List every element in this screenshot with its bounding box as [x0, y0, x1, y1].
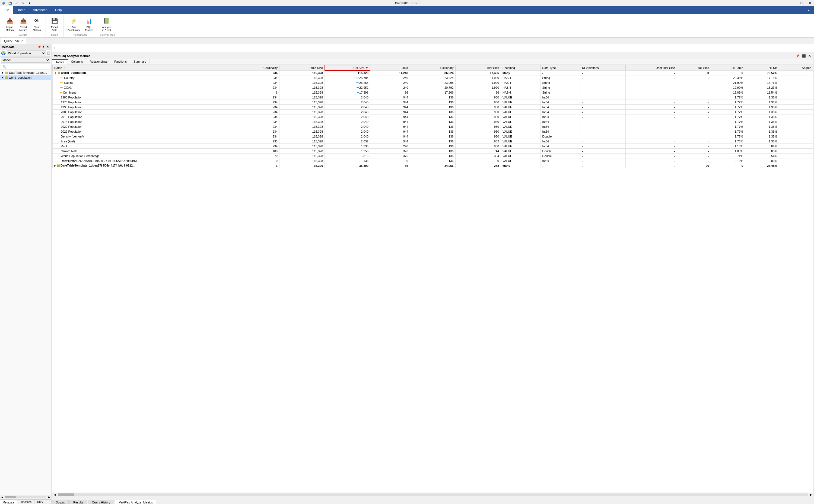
cell-dictionary: 23,098	[410, 80, 455, 85]
table-row[interactable]: 1980 Population234115,3282,040944136960V…	[53, 95, 813, 100]
sidebar-tab-functions[interactable]: Functions	[17, 500, 34, 504]
table-row[interactable]: Growth Rate180115,3281,256376136744VALUE…	[53, 149, 813, 154]
table-row[interactable]: 2000 Population234115,3282,040944136960V…	[53, 110, 813, 114]
menu-advanced[interactable]: Advanced	[29, 6, 51, 14]
col-header-segme[interactable]: Segme	[779, 65, 813, 71]
analyze-excel-btn[interactable]: 📗 Analyzein Excel	[100, 15, 113, 33]
col-header-user-hier[interactable]: User Hier Size	[626, 65, 677, 71]
menu-home[interactable]: Home	[13, 6, 29, 14]
col-header-col-size[interactable]: Col Size ▼	[325, 65, 370, 71]
table-row[interactable]: 1970 Population234115,3282,040944136960V…	[53, 100, 813, 105]
minimize-btn[interactable]: ─	[790, 0, 798, 6]
table-row[interactable]: Capital234115,32825,25824023,0981,920HAS…	[53, 80, 813, 85]
vertipaq-float-btn[interactable]: ⬛	[801, 54, 807, 58]
bottom-tab-output[interactable]: Output	[52, 500, 69, 504]
tab-relationships[interactable]: Relationships	[86, 59, 111, 65]
table-row[interactable]: World Population Percentage70115,3288163…	[53, 154, 813, 158]
table-row[interactable]: 2015 Population234115,3282,040944136960V…	[53, 119, 813, 124]
table-row[interactable]: CCA3234115,32822,95224020,7921,920HASHSt…	[53, 85, 813, 90]
col-header-dictionary[interactable]: Dictionary	[410, 65, 455, 71]
sidebar-hscroll-thumb	[5, 496, 16, 498]
vertipaq-close-btn[interactable]: ✕	[807, 54, 812, 58]
col-header-data-type[interactable]: Data Type	[540, 65, 580, 71]
table-row[interactable]: Density (per km²)234115,3282,04094413696…	[53, 134, 813, 139]
col-header-table-size[interactable]: Table Size	[279, 65, 325, 71]
cell-pct-db: 76.52%	[745, 71, 779, 75]
col-header-encoding[interactable]: Encoding	[501, 65, 540, 71]
col-header-ri[interactable]: RI Violations	[580, 65, 625, 71]
sidebar-pin-btn[interactable]: 📌	[37, 45, 41, 49]
model-select[interactable]: Model	[1, 57, 50, 63]
tab-summary[interactable]: Summary	[130, 59, 150, 65]
col-header-pct-db[interactable]: % DB	[745, 65, 779, 71]
doc-tab-query1[interactable]: Query1.dax ✕	[1, 38, 26, 44]
col-header-name[interactable]: Name ▼	[53, 65, 234, 71]
cell-table-size: 115,328	[279, 85, 325, 90]
sidebar-title: Metadata	[2, 45, 15, 49]
tab-columns[interactable]: Columns	[68, 59, 86, 65]
tree-item-datetable[interactable]: ▶ ▦ DateTableTemplate_1ddea...	[0, 70, 51, 75]
table-row[interactable]: 1990 Population234115,3282,040944136960V…	[53, 105, 813, 110]
bottom-tab-results[interactable]: Results	[69, 500, 87, 504]
undo-btn[interactable]: ↩	[14, 0, 20, 6]
hscroll-right-btn[interactable]: ▶	[809, 493, 813, 497]
export-buttons: 💾 ExportData	[48, 15, 61, 33]
cell-pct-db: 1.35%	[745, 119, 779, 124]
tree-item-world-population[interactable]: ▼ ▦ world_population	[0, 75, 51, 80]
table-row[interactable]: Area (km²)233115,3282,032944136952VALUEI…	[53, 139, 813, 144]
ribbon-toggle-btn[interactable]: ▼	[27, 0, 33, 6]
cell-segme	[779, 144, 813, 149]
col-header-rel-size[interactable]: Rel Size	[677, 65, 711, 71]
sql-profiler-btn[interactable]: 📊 SQLProfiler	[82, 15, 96, 33]
close-btn[interactable]: ✕	[806, 0, 814, 6]
tab-tables[interactable]: Tables	[52, 59, 68, 65]
model-dropdown[interactable]: World Population	[7, 50, 46, 56]
table-row[interactable]: Continent6115,32817,3989617,20696HASHStr…	[53, 90, 813, 95]
sidebar-scroll-left[interactable]: ◀	[0, 495, 4, 499]
menu-file[interactable]: File	[0, 6, 13, 14]
table-row[interactable]: ▶▦DateTableTemplate_1ddea27f-504c-4174-b…	[53, 163, 813, 168]
sidebar-tab-dmv[interactable]: DMV	[34, 500, 46, 504]
cell-cardinality: 1	[234, 163, 279, 168]
cell-data-type: Int64	[540, 124, 580, 129]
cell-col-size: 2,040	[325, 124, 370, 129]
doc-tab-close[interactable]: ✕	[21, 39, 23, 42]
col-header-pct-table[interactable]: % Table	[711, 65, 745, 71]
table-row[interactable]: 2020 Population234115,3282,040944136960V…	[53, 124, 813, 129]
table-row[interactable]: 2022 Population234115,3282,040944136960V…	[53, 129, 813, 134]
sidebar-tab-metadata[interactable]: Metadata	[0, 500, 17, 504]
cell-ri: -	[580, 100, 625, 105]
query-editor[interactable]: 1	[52, 44, 814, 52]
sidebar-scroll-right[interactable]: ▶	[47, 495, 51, 499]
menu-help[interactable]: Help	[51, 6, 66, 14]
table-row[interactable]: Rank234115,3281,336240136960VALUEInt64--…	[53, 144, 813, 149]
bottom-tab-query-history[interactable]: Query History	[88, 500, 114, 504]
ribbon-group-export: 💾 ExportData Export	[46, 15, 63, 37]
export-metrics-btn[interactable]: 📤 ExportMetrics	[17, 15, 30, 33]
run-benchmark-btn[interactable]: ⚡ RunBenchmark	[66, 15, 82, 33]
export-data-btn[interactable]: 💾 ExportData	[48, 15, 61, 33]
table-row[interactable]: RowNumber-2662979B-1795-4F74-8F37-6A1BA8…	[53, 158, 813, 163]
view-metrics-btn[interactable]: 👁 ViewMetrics	[30, 15, 43, 33]
sidebar-menu-btn[interactable]: ▼	[42, 45, 45, 49]
col-header-hier-size[interactable]: Hier Size	[455, 65, 501, 71]
tab-partitions[interactable]: Partitions	[111, 59, 130, 65]
cell-pct-table: 1.77%	[711, 100, 745, 105]
hscroll-left-btn[interactable]: ◀	[52, 493, 57, 497]
import-metrics-btn[interactable]: 📥 ImportMetrics	[3, 15, 16, 33]
col-header-cardinality[interactable]: Cardinality	[234, 65, 279, 71]
quick-save-btn[interactable]: 💾	[7, 0, 13, 6]
col-header-data[interactable]: Data	[370, 65, 410, 71]
ribbon-expand-btn[interactable]: ▲	[804, 6, 814, 14]
vertipaq-pin-btn[interactable]: 📌	[795, 54, 800, 58]
sidebar-close-btn[interactable]: ✕	[46, 45, 50, 49]
table-row[interactable]: 2010 Population234115,3282,040944136960V…	[53, 114, 813, 119]
bottom-tab-vertipaq[interactable]: VertiPaq Analyzer Metrics	[115, 500, 157, 504]
table-row[interactable]: Country234115,32825,78424023,6241,920HAS…	[53, 75, 813, 80]
table-row[interactable]: ▼▦world_population234115,328115,32811,24…	[53, 71, 813, 75]
cell-table-size: 35,396	[279, 163, 325, 168]
redo-btn[interactable]: ↪	[20, 0, 26, 6]
model-refresh-btn[interactable]: 🔄	[47, 52, 50, 55]
sidebar-search-input[interactable]	[1, 64, 50, 69]
maximize-btn[interactable]: ❐	[798, 0, 806, 6]
